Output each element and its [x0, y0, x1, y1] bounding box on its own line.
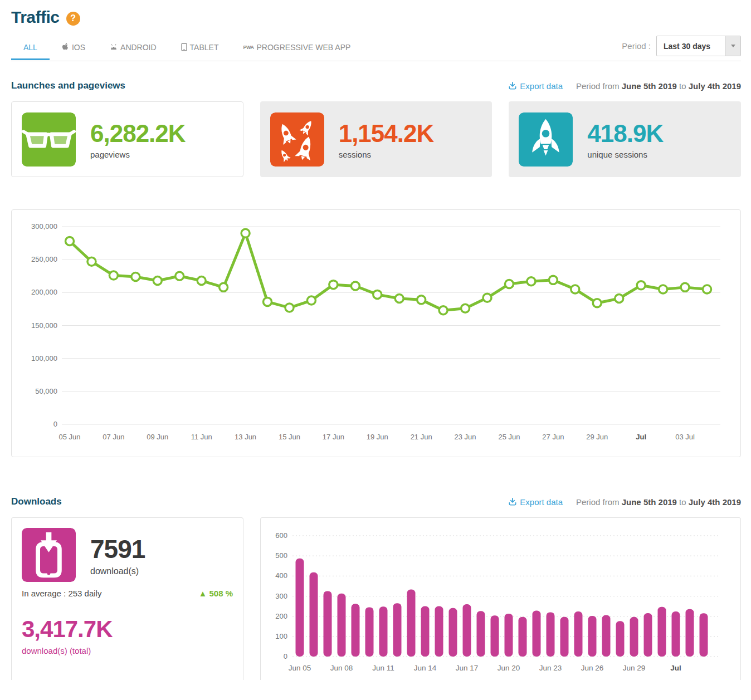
- svg-text:05 Jun: 05 Jun: [58, 433, 80, 441]
- downloads-stat-top: 7591 download(s): [22, 528, 233, 582]
- svg-text:Jun 20: Jun 20: [498, 664, 520, 672]
- apple-icon: [62, 43, 69, 51]
- period-to: to: [679, 81, 686, 91]
- svg-text:0: 0: [53, 420, 57, 428]
- tab-ios[interactable]: IOS: [50, 37, 97, 60]
- pageviews-value: 6,282.2K: [90, 120, 186, 148]
- pageviews-line-chart: 050,000100,000150,000200,000250,000300,0…: [12, 210, 738, 455]
- svg-text:23 Jun: 23 Jun: [455, 433, 476, 441]
- tab-tablet[interactable]: TABLET: [169, 37, 231, 60]
- svg-text:150,000: 150,000: [31, 321, 57, 330]
- tab-android[interactable]: ANDROID: [97, 37, 169, 60]
- page-header: Traffic ?: [11, 8, 741, 27]
- tab-label: TABLET: [190, 43, 219, 52]
- downloads-export-link[interactable]: Export data: [509, 497, 563, 507]
- downloads-section-header: Downloads Export data Period from June 5…: [11, 496, 741, 507]
- downloads-trend-badge: ▲ 508 %: [198, 589, 233, 598]
- launches-period-text: Period from June 5th 2019 to July 4th 20…: [576, 81, 741, 91]
- sessions-value: 1,154.2K: [339, 120, 434, 148]
- page-title: Traffic: [11, 8, 60, 27]
- svg-text:200,000: 200,000: [31, 288, 57, 296]
- svg-text:17 Jun: 17 Jun: [323, 433, 344, 441]
- pageviews-stat: 6,282.2K pageviews: [90, 120, 186, 159]
- svg-text:Jun 14: Jun 14: [414, 664, 437, 672]
- svg-text:Jun 23: Jun 23: [539, 664, 562, 672]
- period-start-date: June 5th 2019: [622, 81, 677, 91]
- help-icon[interactable]: ?: [66, 12, 80, 26]
- tablet-icon: [181, 43, 187, 51]
- downloads-section-meta: Export data Period from June 5th 2019 to…: [509, 497, 741, 507]
- svg-text:21 Jun: 21 Jun: [411, 433, 432, 441]
- sessions-card: 1,154.2K sessions: [260, 101, 492, 177]
- svg-text:Jun 05: Jun 05: [289, 664, 311, 672]
- downloads-total-label: download(s) (total): [22, 646, 233, 655]
- downloads-stat-card: 7591 download(s) In average : 253 daily …: [11, 517, 243, 680]
- stat-cards-row: 6,282.2K pageviews 1,: [11, 101, 741, 177]
- pwa-icon: PWA: [243, 45, 253, 50]
- sessions-stat: 1,154.2K sessions: [339, 120, 434, 159]
- svg-text:19 Jun: 19 Jun: [367, 433, 388, 441]
- rockets-icon: [270, 112, 324, 167]
- svg-text:Jun 26: Jun 26: [581, 664, 604, 672]
- svg-text:200: 200: [275, 612, 287, 620]
- unique-sessions-stat: 418.9K unique sessions: [587, 120, 663, 159]
- svg-text:07 Jun: 07 Jun: [103, 433, 124, 441]
- svg-text:29 Jun: 29 Jun: [586, 433, 608, 441]
- traffic-page: Traffic ? ALL IOS ANDROID: [0, 0, 751, 680]
- tab-progressive-web-app[interactable]: PWA PROGRESSIVE WEB APP: [231, 37, 363, 60]
- svg-text:100,000: 100,000: [31, 354, 57, 363]
- svg-text:Jun 11: Jun 11: [372, 664, 394, 672]
- svg-text:11 Jun: 11 Jun: [191, 433, 212, 441]
- tab-label: IOS: [72, 43, 85, 52]
- download-icon: [509, 498, 516, 506]
- downloads-chart-card: 0100200300400500600Jun 05Jun 08Jun 11Jun…: [260, 517, 741, 680]
- tab-label: ALL: [23, 43, 37, 52]
- launches-section-header: Launches and pageviews Export data Perio…: [11, 80, 741, 91]
- svg-text:300: 300: [275, 592, 287, 600]
- svg-text:0: 0: [284, 652, 287, 660]
- period-prefix: Period from: [576, 497, 620, 507]
- downloads-bar-chart: 0100200300400500600Jun 05Jun 08Jun 11Jun…: [261, 523, 740, 680]
- period-select-value: Last 30 days: [657, 36, 725, 56]
- svg-text:Jun 29: Jun 29: [623, 664, 646, 672]
- svg-text:Jun 17: Jun 17: [456, 664, 479, 672]
- svg-text:25 Jun: 25 Jun: [498, 433, 520, 441]
- unique-sessions-value: 418.9K: [587, 120, 663, 148]
- svg-text:Jun 08: Jun 08: [330, 664, 353, 672]
- svg-text:400: 400: [275, 571, 287, 580]
- downloads-row: 7591 download(s) In average : 253 daily …: [11, 517, 741, 680]
- trend-value: 508 %: [209, 589, 233, 598]
- chevron-down-icon: [731, 45, 735, 47]
- tabs-row: ALL IOS ANDROID TABLET PW: [11, 36, 741, 61]
- tab-all[interactable]: ALL: [11, 37, 50, 60]
- downloads-total-value: 3,417.7K: [22, 616, 233, 643]
- svg-text:03 Jul: 03 Jul: [675, 433, 695, 441]
- export-label: Export data: [520, 497, 563, 507]
- pageviews-chart-card: 050,000100,000150,000200,000250,000300,0…: [11, 209, 741, 457]
- svg-text:250,000: 250,000: [31, 255, 57, 263]
- platform-tabs: ALL IOS ANDROID TABLET PW: [11, 37, 363, 60]
- period-select[interactable]: Last 30 days: [656, 36, 741, 56]
- svg-text:Jul: Jul: [636, 433, 646, 441]
- period-selector: Period : Last 30 days: [622, 36, 741, 61]
- glasses-icon: [22, 112, 76, 167]
- downloads-average-text: In average : 253 daily: [22, 589, 101, 598]
- launches-section-title: Launches and pageviews: [11, 80, 125, 91]
- download-icon: [509, 82, 516, 90]
- period-to: to: [679, 497, 686, 507]
- launches-export-link[interactable]: Export data: [509, 81, 563, 91]
- tab-label: PROGRESSIVE WEB APP: [257, 43, 351, 52]
- rocket-icon: [519, 112, 573, 167]
- period-end-date: July 4th 2019: [689, 497, 741, 507]
- sessions-label: sessions: [339, 150, 434, 159]
- downloads-value: 7591: [90, 534, 145, 564]
- svg-text:09 Jun: 09 Jun: [147, 433, 168, 441]
- tab-label: ANDROID: [120, 43, 157, 52]
- period-select-arrow-button[interactable]: [725, 36, 740, 56]
- svg-text:Jul: Jul: [670, 664, 681, 672]
- period-label: Period :: [622, 41, 651, 51]
- svg-text:600: 600: [275, 531, 287, 540]
- unique-sessions-card: 418.9K unique sessions: [509, 101, 741, 177]
- phone-download-icon: [22, 528, 76, 582]
- svg-text:300,000: 300,000: [31, 222, 57, 231]
